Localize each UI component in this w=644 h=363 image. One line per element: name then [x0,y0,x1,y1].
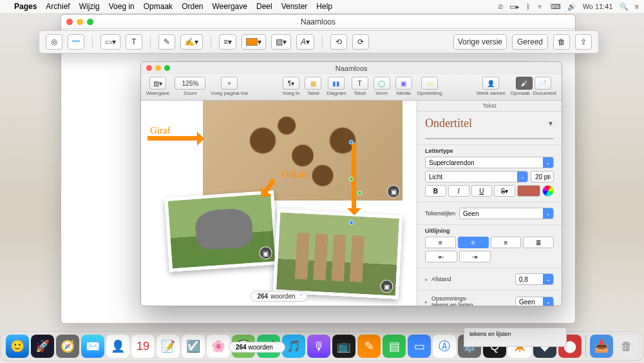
tab-stijl[interactable]: Stijl [426,139,468,139]
font-family-select[interactable]: Superclarendon⌄ [425,157,554,168]
tab-layout[interactable]: Lay-out [468,139,510,139]
volume-icon[interactable]: 🔊 [567,3,576,11]
outdent-button[interactable]: ⇤ [425,251,457,262]
menu-orden[interactable]: Orden [182,2,203,11]
align-justify-button[interactable]: ≣ [523,237,554,248]
underline-button[interactable]: U [471,185,493,197]
char-style-select[interactable]: Geen⌄ [459,208,554,219]
done-button[interactable]: Gereed [512,34,548,50]
image-giraffe[interactable]: ▣ [203,101,402,201]
media-button[interactable]: ▣ [395,77,412,90]
paragraph-style-picker[interactable]: Ondertitel ▼ [417,112,562,135]
disclosure-icon[interactable]: ▸ [425,277,428,282]
image-options-icon[interactable]: ▣ [387,185,400,198]
image-meerkats[interactable]: ▣ [273,209,403,299]
settings-icon[interactable]: ◎ [46,34,62,50]
selection-handle[interactable] [357,191,362,195]
traffic-lights[interactable] [146,65,170,71]
table-button[interactable]: ▦ [305,77,321,90]
dock-safari[interactable]: 🧭 [56,335,79,358]
insert-button[interactable]: ¶▾ [283,77,299,90]
dock-keynote[interactable]: ▭ [408,335,431,358]
previous-version-button[interactable]: Vorige versie [453,34,507,50]
comment-button[interactable]: ▭ [421,77,438,90]
spotlight-icon[interactable]: 🔍 [620,3,629,11]
font-style[interactable]: A▾ [296,34,314,50]
zoom-icon[interactable] [164,65,170,71]
dock-reminders[interactable]: ☑️ [182,335,205,358]
dock-pages[interactable]: ✎ [357,335,381,358]
line-style[interactable]: ≡▾ [219,34,236,50]
add-page-button[interactable]: ＋ [221,77,238,90]
zoom-select[interactable]: 125% [175,77,205,90]
document-canvas[interactable]: ▣ ▣ ▣ Giraf Olifant 264 woorden [141,101,417,306]
italic-button[interactable]: I [448,185,469,197]
arrow-shape[interactable] [147,136,202,141]
strike-button[interactable]: S▾ [494,185,515,197]
menu-weergave[interactable]: Weergave [212,2,247,11]
wifi-icon[interactable]: ᯤ [537,3,544,10]
dock-finder[interactable]: 🙂 [6,335,29,358]
font-size-field[interactable]: 20 pt [531,171,554,182]
minimize-icon[interactable] [155,65,161,71]
traffic-lights[interactable] [66,19,93,25]
collaborate-button[interactable]: 👤 [482,77,499,90]
dock-music[interactable]: 🎵 [282,335,305,358]
text-tool[interactable]: T [126,34,142,50]
selection-handle[interactable] [349,140,354,144]
bullets-select[interactable]: Geen⌄ [515,297,554,306]
dock-tv[interactable]: 📺 [332,335,355,358]
menu-venster[interactable]: Venster [281,2,308,11]
shape-picker[interactable]: ▭▾ [100,34,120,50]
highlight-tool[interactable]: ✎ [158,34,175,50]
text-label-giraf[interactable]: Giraf [150,125,171,136]
dock-downloads[interactable]: 📥 [590,335,613,358]
font-weight-select[interactable]: Licht⌄ [425,171,528,182]
clock[interactable]: Wo 11:41 [583,3,613,10]
align-center-button[interactable]: ≡ [458,237,489,248]
display-icon[interactable]: ▭▸ [509,3,520,11]
selection-handle[interactable] [349,177,354,181]
tab-meer[interactable]: Meer [511,139,553,139]
dock-mail[interactable]: ✉️ [81,335,104,358]
airplay-icon[interactable]: ⎚ [498,3,503,10]
rotate-left-icon[interactable]: ⟲ [330,34,347,50]
color-wheel-icon[interactable] [542,185,554,197]
fill-color[interactable]: ▨▾ [271,34,291,50]
text-button[interactable]: T [352,77,368,90]
app-name[interactable]: Pages [14,2,37,11]
menu-voeg-in[interactable]: Voeg in [109,2,135,11]
minimize-icon[interactable] [77,19,83,25]
align-left-button[interactable]: ≡ [425,237,456,248]
menu-wijzig[interactable]: Wijzig [79,2,100,11]
notification-center-icon[interactable]: ≡ [635,3,639,10]
signature-tool[interactable]: ✍▾ [180,34,203,50]
dock-appstore[interactable]: Ⓐ [433,335,456,358]
dock-numbers[interactable]: ▤ [383,335,406,358]
indent-button[interactable]: ⇥ [459,251,491,262]
align-right-button[interactable]: ≡ [491,237,522,248]
close-icon[interactable] [146,65,152,71]
text-color-swatch[interactable] [517,185,540,197]
format-button[interactable]: 🖌 [516,77,533,90]
text-label-olifant[interactable]: Olifant [281,169,309,180]
spacing-select[interactable]: 0,8⌄ [515,273,554,285]
dock-launchpad[interactable]: 🚀 [31,335,54,358]
dock-podcasts[interactable]: 🎙 [307,335,330,358]
disclosure-icon[interactable]: ▸ [425,299,428,305]
word-count[interactable]: 264 woorden [250,291,307,302]
zoom-icon[interactable] [87,19,93,25]
markup-icon[interactable]: 〰 [68,34,84,50]
close-icon[interactable] [66,19,73,25]
menu-archief[interactable]: Archief [46,2,70,11]
menu-deel[interactable]: Deel [256,2,272,11]
shape-button[interactable]: ◯ [374,77,390,90]
share-icon[interactable]: ⇪ [575,34,592,50]
view-button[interactable]: ▥▾ [149,77,166,90]
border-color[interactable]: ▾ [242,34,266,50]
chart-button[interactable]: ▮▮ [328,77,345,90]
bold-button[interactable]: B [425,185,446,197]
inspector-tabs[interactable]: Stijl Lay-out Meer [425,138,554,139]
dock-contacts[interactable]: 👤 [106,335,129,358]
dock-photos[interactable]: 🌸 [207,335,230,358]
